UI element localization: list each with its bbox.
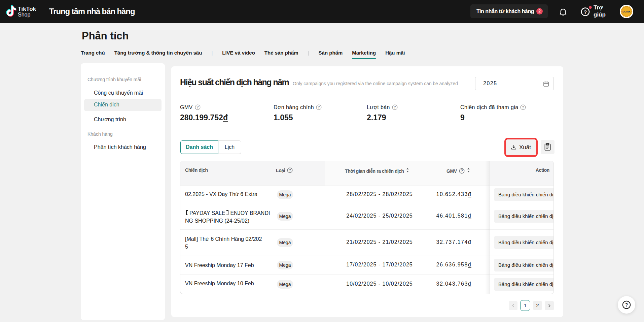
svg-text:?: ? <box>318 105 320 109</box>
svg-text:?: ? <box>394 105 396 109</box>
svg-text:?: ? <box>289 168 291 172</box>
svg-text:?: ? <box>625 302 628 308</box>
svg-text:?: ? <box>584 9 587 15</box>
svg-text:?: ? <box>461 169 463 173</box>
svg-text:DCTEK: DCTEK <box>622 10 631 13</box>
svg-text:?: ? <box>522 105 524 109</box>
svg-text:?: ? <box>196 105 199 109</box>
